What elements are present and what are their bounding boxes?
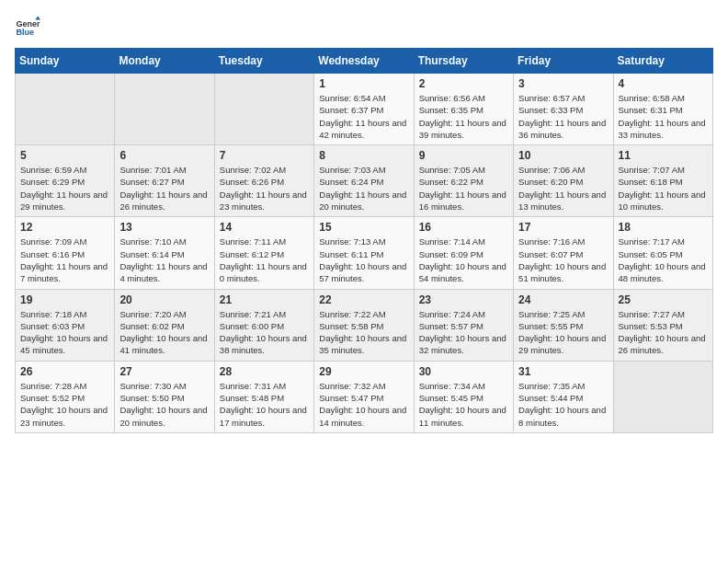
sunrise: Sunrise: 7:03 AM (319, 164, 408, 176)
day-info: Sunrise: 7:10 AM Sunset: 6:14 PM Dayligh… (119, 236, 209, 284)
day-info: Sunrise: 7:01 AM Sunset: 6:27 PM Dayligh… (119, 164, 209, 213)
daylight: Daylight: 10 hours and 41 minutes. (119, 332, 209, 357)
calendar-cell: 24 Sunrise: 7:25 AM Sunset: 5:55 PM Dayl… (514, 289, 613, 361)
sunset: Sunset: 6:02 PM (119, 320, 209, 332)
sunrise: Sunrise: 7:06 AM (518, 164, 608, 176)
day-number: 1 (319, 77, 408, 90)
sunset: Sunset: 6:03 PM (20, 320, 109, 332)
day-info: Sunrise: 6:54 AM Sunset: 6:37 PM Dayligh… (319, 92, 408, 141)
sunrise: Sunrise: 7:13 AM (319, 236, 408, 247)
calendar-cell: 23 Sunrise: 7:24 AM Sunset: 5:57 PM Dayl… (414, 289, 513, 361)
calendar-week: 26 Sunrise: 7:28 AM Sunset: 5:52 PM Dayl… (16, 361, 713, 432)
sunset: Sunset: 5:44 PM (518, 392, 608, 404)
day-number: 31 (518, 365, 608, 378)
calendar-cell: 29 Sunrise: 7:32 AM Sunset: 5:47 PM Dayl… (314, 361, 414, 432)
calendar-week: 12 Sunrise: 7:09 AM Sunset: 6:16 PM Dayl… (16, 217, 713, 289)
calendar-cell (115, 74, 214, 145)
sunrise: Sunrise: 7:30 AM (119, 380, 209, 392)
calendar-cell: 27 Sunrise: 7:30 AM Sunset: 5:50 PM Dayl… (115, 361, 214, 432)
sunrise: Sunrise: 7:09 AM (20, 236, 109, 247)
day-info: Sunrise: 7:24 AM Sunset: 5:57 PM Dayligh… (419, 308, 508, 357)
calendar-cell: 15 Sunrise: 7:13 AM Sunset: 6:11 PM Dayl… (314, 217, 414, 289)
sunset: Sunset: 5:48 PM (220, 392, 309, 404)
calendar-week: 1 Sunrise: 6:54 AM Sunset: 6:37 PM Dayli… (16, 74, 713, 145)
day-number: 7 (220, 149, 309, 162)
day-info: Sunrise: 7:20 AM Sunset: 6:02 PM Dayligh… (119, 308, 209, 357)
daylight: Daylight: 10 hours and 17 minutes. (220, 404, 309, 429)
sunrise: Sunrise: 7:27 AM (619, 308, 708, 320)
col-thursday: Thursday (414, 49, 513, 74)
sunrise: Sunrise: 7:01 AM (119, 164, 209, 176)
sunrise: Sunrise: 7:14 AM (419, 236, 508, 247)
calendar-cell: 6 Sunrise: 7:01 AM Sunset: 6:27 PM Dayli… (115, 145, 214, 217)
sunrise: Sunrise: 7:35 AM (518, 380, 608, 392)
day-info: Sunrise: 7:28 AM Sunset: 5:52 PM Dayligh… (20, 380, 109, 429)
daylight: Daylight: 10 hours and 51 minutes. (518, 260, 608, 285)
day-number: 8 (319, 149, 408, 162)
col-saturday: Saturday (613, 49, 712, 74)
calendar-cell: 26 Sunrise: 7:28 AM Sunset: 5:52 PM Dayl… (16, 361, 115, 432)
daylight: Daylight: 11 hours and 4 minutes. (119, 260, 209, 285)
day-number: 15 (319, 221, 408, 234)
sunrise: Sunrise: 7:24 AM (419, 308, 508, 320)
sunrise: Sunrise: 7:31 AM (220, 380, 309, 392)
sunset: Sunset: 6:27 PM (119, 176, 209, 188)
day-info: Sunrise: 7:02 AM Sunset: 6:26 PM Dayligh… (220, 164, 309, 213)
daylight: Daylight: 11 hours and 0 minutes. (220, 260, 309, 285)
sunrise: Sunrise: 7:34 AM (419, 380, 508, 392)
calendar-cell: 21 Sunrise: 7:21 AM Sunset: 6:00 PM Dayl… (214, 289, 313, 361)
daylight: Daylight: 11 hours and 16 minutes. (419, 189, 508, 213)
sunrise: Sunrise: 7:11 AM (220, 236, 309, 247)
day-info: Sunrise: 7:05 AM Sunset: 6:22 PM Dayligh… (419, 164, 508, 213)
sunset: Sunset: 6:07 PM (518, 248, 608, 260)
daylight: Daylight: 10 hours and 29 minutes. (518, 332, 608, 357)
calendar-cell (613, 361, 712, 432)
daylight: Daylight: 11 hours and 26 minutes. (119, 189, 209, 213)
sunset: Sunset: 5:50 PM (119, 392, 209, 404)
day-info: Sunrise: 7:35 AM Sunset: 5:44 PM Dayligh… (518, 380, 608, 429)
day-info: Sunrise: 7:09 AM Sunset: 6:16 PM Dayligh… (20, 236, 109, 284)
daylight: Daylight: 10 hours and 38 minutes. (220, 332, 309, 357)
daylight: Daylight: 11 hours and 39 minutes. (419, 117, 508, 142)
sunrise: Sunrise: 6:56 AM (419, 92, 508, 104)
day-number: 2 (419, 77, 508, 90)
calendar-cell: 3 Sunrise: 6:57 AM Sunset: 6:33 PM Dayli… (514, 74, 613, 145)
day-info: Sunrise: 7:34 AM Sunset: 5:45 PM Dayligh… (419, 380, 508, 429)
col-sunday: Sunday (16, 49, 115, 74)
calendar-week: 5 Sunrise: 6:59 AM Sunset: 6:29 PM Dayli… (16, 145, 713, 217)
daylight: Daylight: 10 hours and 14 minutes. (319, 404, 408, 429)
calendar-cell: 30 Sunrise: 7:34 AM Sunset: 5:45 PM Dayl… (414, 361, 513, 432)
day-number: 9 (419, 149, 508, 162)
calendar-cell: 10 Sunrise: 7:06 AM Sunset: 6:20 PM Dayl… (514, 145, 613, 217)
day-info: Sunrise: 7:22 AM Sunset: 5:58 PM Dayligh… (319, 308, 408, 357)
day-number: 22 (319, 293, 408, 306)
calendar-header: Sunday Monday Tuesday Wednesday Thursday… (16, 49, 713, 74)
sunset: Sunset: 6:09 PM (419, 248, 508, 260)
daylight: Daylight: 10 hours and 48 minutes. (619, 260, 708, 285)
sunset: Sunset: 6:24 PM (319, 176, 408, 188)
day-number: 28 (220, 365, 309, 378)
day-info: Sunrise: 7:13 AM Sunset: 6:11 PM Dayligh… (319, 236, 408, 284)
sunset: Sunset: 6:31 PM (619, 104, 708, 116)
svg-text:General: General (16, 19, 40, 29)
daylight: Daylight: 11 hours and 33 minutes. (619, 117, 708, 142)
day-number: 20 (119, 293, 209, 306)
sunset: Sunset: 6:05 PM (619, 248, 708, 260)
sunrise: Sunrise: 7:07 AM (619, 164, 708, 176)
sunrise: Sunrise: 7:25 AM (518, 308, 608, 320)
day-info: Sunrise: 6:57 AM Sunset: 6:33 PM Dayligh… (518, 92, 608, 141)
daylight: Daylight: 10 hours and 35 minutes. (319, 332, 408, 357)
day-number: 26 (20, 365, 109, 378)
calendar-cell (214, 74, 313, 145)
daylight: Daylight: 11 hours and 20 minutes. (319, 189, 408, 213)
calendar-cell: 9 Sunrise: 7:05 AM Sunset: 6:22 PM Dayli… (414, 145, 513, 217)
calendar-cell: 11 Sunrise: 7:07 AM Sunset: 6:18 PM Dayl… (613, 145, 712, 217)
calendar-cell: 14 Sunrise: 7:11 AM Sunset: 6:12 PM Dayl… (214, 217, 313, 289)
calendar-cell: 1 Sunrise: 6:54 AM Sunset: 6:37 PM Dayli… (314, 74, 414, 145)
day-number: 13 (119, 221, 209, 234)
sunset: Sunset: 5:45 PM (419, 392, 508, 404)
sunset: Sunset: 6:12 PM (220, 248, 309, 260)
sunset: Sunset: 6:33 PM (518, 104, 608, 116)
sunrise: Sunrise: 7:16 AM (518, 236, 608, 247)
day-number: 27 (119, 365, 209, 378)
